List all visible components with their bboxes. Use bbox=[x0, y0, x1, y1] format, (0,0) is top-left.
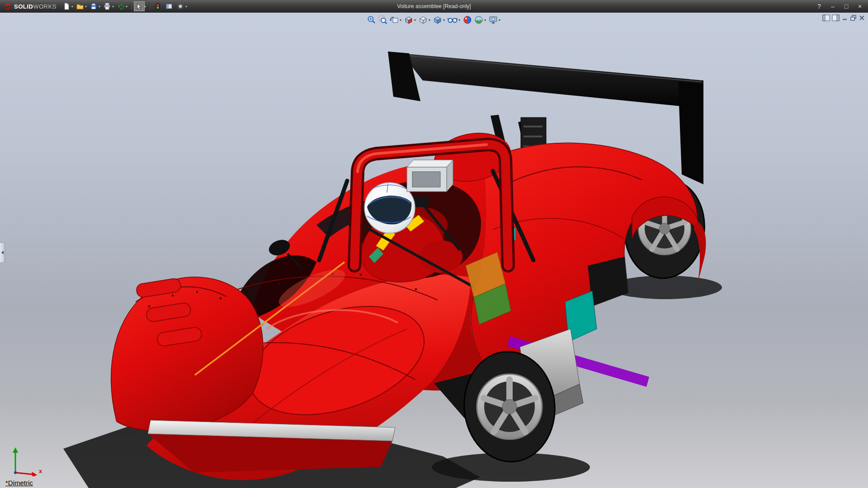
close-document-icon bbox=[859, 14, 865, 21]
toolbar-separator bbox=[131, 2, 132, 10]
solidworks-logo: SOLIDWORKS bbox=[0, 2, 61, 11]
apply-scene-icon bbox=[474, 15, 483, 24]
view-settings-dropdown-arrow[interactable]: ▾ bbox=[499, 18, 500, 22]
triad-x-label: x bbox=[39, 468, 42, 474]
undo-icon bbox=[117, 3, 124, 10]
toolbar-separator bbox=[149, 2, 150, 10]
minimize-document-icon bbox=[841, 14, 848, 21]
zoom-to-area-button[interactable] bbox=[378, 15, 388, 25]
solidworks-logo-icon bbox=[3, 2, 12, 11]
maximize-button[interactable]: □ bbox=[840, 1, 853, 11]
help-button[interactable]: ? bbox=[813, 1, 826, 11]
open-dropdown-arrow[interactable]: ▾ bbox=[85, 5, 87, 9]
rebuild-traffic-light-icon bbox=[155, 3, 160, 10]
solidworks-window: SOLIDWORKS ▾ ▾ ▾ bbox=[0, 0, 868, 488]
rebuild-button[interactable] bbox=[152, 1, 163, 11]
view-orientation-label: *Dimetric bbox=[5, 479, 33, 487]
edit-appearance-sphere-icon bbox=[463, 15, 472, 24]
view-orientation-button[interactable] bbox=[418, 15, 428, 25]
view-orientation-cube-icon bbox=[419, 15, 428, 24]
zoom-to-fit-icon bbox=[367, 15, 376, 24]
view-settings-button[interactable] bbox=[488, 15, 498, 25]
show-display-pane-button[interactable] bbox=[164, 1, 175, 11]
display-style-icon bbox=[433, 15, 442, 24]
close-button[interactable]: × bbox=[854, 1, 866, 11]
edit-appearance-button[interactable] bbox=[462, 15, 472, 25]
panel-collapse-handle[interactable] bbox=[0, 242, 5, 263]
hide-show-items-button[interactable] bbox=[447, 15, 458, 25]
open-icon bbox=[76, 3, 84, 10]
previous-view-dropdown-arrow[interactable]: ▾ bbox=[400, 18, 401, 22]
print-icon bbox=[104, 3, 111, 10]
new-document-button[interactable] bbox=[61, 1, 72, 11]
wordmark-solid: SOLID bbox=[14, 3, 33, 10]
featuremanager-toggle-button[interactable] bbox=[822, 14, 830, 21]
zoom-to-area-icon bbox=[378, 15, 387, 24]
display-style-dropdown-arrow[interactable]: ▾ bbox=[443, 18, 445, 22]
zoom-to-fit-button[interactable] bbox=[367, 15, 377, 25]
app-wordmark: SOLIDWORKS bbox=[14, 3, 57, 10]
section-view-button[interactable] bbox=[404, 15, 414, 25]
standard-toolbar: ▾ ▾ ▾ ▾ bbox=[61, 1, 188, 11]
new-document-icon bbox=[63, 3, 70, 10]
heads-up-view-toolbar: ▾ ▾ ▾ ▾ bbox=[367, 15, 501, 25]
task-pane-toggle-icon bbox=[832, 14, 840, 21]
featuremanager-toggle-icon bbox=[822, 14, 830, 21]
hide-show-glasses-icon bbox=[448, 15, 458, 24]
display-pane-icon bbox=[165, 3, 173, 10]
minimize-document-button[interactable] bbox=[841, 14, 848, 21]
open-button[interactable] bbox=[75, 1, 85, 11]
select-cursor-icon bbox=[136, 3, 142, 10]
save-button[interactable] bbox=[88, 1, 99, 11]
restore-document-button[interactable] bbox=[850, 14, 857, 21]
print-dropdown-arrow[interactable]: ▾ bbox=[112, 5, 114, 9]
new-dropdown-arrow[interactable]: ▾ bbox=[71, 5, 73, 9]
section-view-dropdown-arrow[interactable]: ▾ bbox=[414, 18, 416, 22]
select-button[interactable] bbox=[134, 1, 145, 11]
options-gear-icon bbox=[177, 3, 184, 10]
car-model[interactable] bbox=[0, 13, 868, 488]
apply-scene-dropdown-arrow[interactable]: ▾ bbox=[484, 18, 486, 22]
close-document-button[interactable] bbox=[859, 14, 865, 21]
restore-document-icon bbox=[850, 14, 857, 21]
title-bar: SOLIDWORKS ▾ ▾ ▾ bbox=[0, 0, 868, 13]
air-intake-scoop[interactable] bbox=[407, 160, 453, 192]
options-button[interactable] bbox=[175, 1, 186, 11]
section-view-icon bbox=[404, 15, 413, 24]
previous-view-button[interactable] bbox=[389, 15, 399, 25]
view-orientation-dropdown-arrow[interactable]: ▾ bbox=[429, 18, 430, 22]
collapse-arrow-icon bbox=[1, 251, 4, 254]
previous-view-icon bbox=[390, 15, 399, 24]
select-dropdown-arrow[interactable]: ▾ bbox=[144, 5, 146, 9]
hide-show-dropdown-arrow[interactable]: ▾ bbox=[458, 18, 460, 22]
wordmark-works: WORKS bbox=[33, 3, 57, 10]
print-button[interactable] bbox=[102, 1, 113, 11]
undo-button[interactable] bbox=[115, 1, 126, 11]
options-dropdown-arrow[interactable]: ▾ bbox=[185, 5, 187, 9]
graphics-viewport[interactable]: ▾ ▾ ▾ ▾ bbox=[0, 13, 868, 488]
document-window-controls bbox=[822, 14, 865, 21]
undo-dropdown-arrow[interactable]: ▾ bbox=[126, 5, 127, 9]
save-icon bbox=[90, 3, 97, 10]
view-settings-monitor-icon bbox=[489, 15, 498, 24]
save-dropdown-arrow[interactable]: ▾ bbox=[99, 5, 100, 9]
minimize-button[interactable]: – bbox=[826, 1, 839, 11]
apply-scene-button[interactable] bbox=[474, 15, 484, 25]
task-pane-toggle-button[interactable] bbox=[832, 14, 840, 21]
display-style-button[interactable] bbox=[433, 15, 443, 25]
window-controls: ? – □ × bbox=[813, 1, 868, 11]
